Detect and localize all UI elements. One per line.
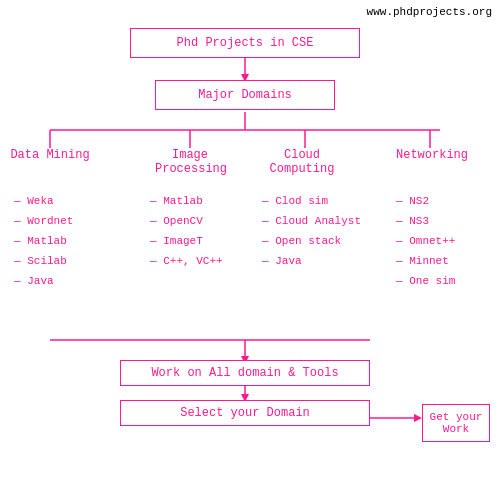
list-item: Weka bbox=[14, 195, 54, 207]
major-domains-box: Major Domains bbox=[155, 80, 335, 110]
list-item: Cloud Analyst bbox=[262, 215, 361, 227]
list-item: Wordnet bbox=[14, 215, 73, 227]
list-item: NS3 bbox=[396, 215, 429, 227]
list-item: Matlab bbox=[150, 195, 203, 207]
page: www.phdprojects.org Phd Projects in CS bbox=[0, 0, 500, 500]
cloud-computing-label: Cloud Computing bbox=[267, 148, 337, 176]
data-mining-label: Data Mining bbox=[10, 148, 90, 162]
list-item: Java bbox=[14, 275, 54, 287]
work-box: Work on All domain & Tools bbox=[120, 360, 370, 386]
list-item: One sim bbox=[396, 275, 455, 287]
list-item: Open stack bbox=[262, 235, 341, 247]
select-domain-box[interactable]: Select your Domain bbox=[120, 400, 370, 426]
get-work-box: Get your Work bbox=[422, 404, 490, 442]
list-item: NS2 bbox=[396, 195, 429, 207]
list-item: Matlab bbox=[14, 235, 67, 247]
networking-label: Networking bbox=[392, 148, 472, 162]
list-item: Minnet bbox=[396, 255, 449, 267]
image-processing-label: Image Processing bbox=[155, 148, 225, 176]
list-item: Scilab bbox=[14, 255, 67, 267]
website-label: www.phdprojects.org bbox=[367, 6, 492, 18]
list-item: Omnet++ bbox=[396, 235, 455, 247]
list-item: OpenCV bbox=[150, 215, 203, 227]
svg-marker-14 bbox=[414, 414, 422, 422]
list-item: ImageT bbox=[150, 235, 203, 247]
list-item: C++, VC++ bbox=[150, 255, 223, 267]
list-item: Java bbox=[262, 255, 302, 267]
list-item: Clod sim bbox=[262, 195, 328, 207]
phd-box: Phd Projects in CSE bbox=[130, 28, 360, 58]
